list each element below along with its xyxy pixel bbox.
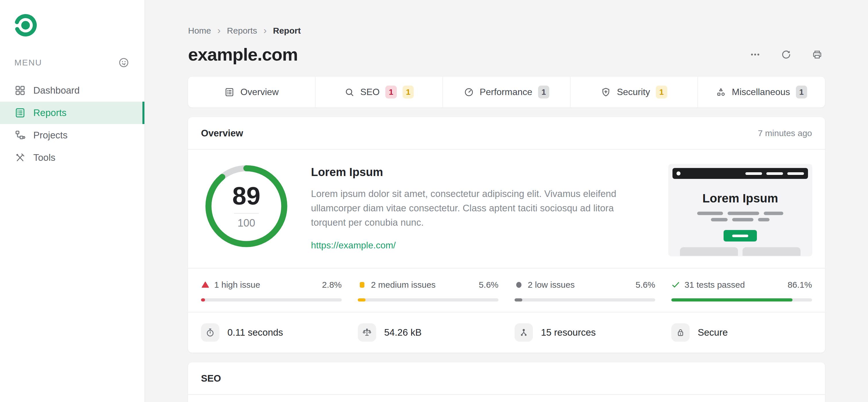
overview-card: Overview 7 minutes ago 89 100 [188, 117, 825, 352]
issues-badge: 1 [538, 86, 550, 99]
feedback-icon[interactable] [118, 57, 129, 68]
site-url-link[interactable]: https://example.com/ [311, 240, 396, 251]
metric-resources: 15 resources [515, 323, 655, 342]
tools-icon [14, 152, 26, 163]
sidebar-item-label: Projects [33, 130, 67, 141]
metric-label: 54.26 kB [384, 327, 422, 338]
last-updated: 7 minutes ago [758, 128, 812, 138]
sidebar-item-tools[interactable]: Tools [0, 147, 145, 169]
stat-label: 2 low issues [528, 280, 575, 290]
miscellaneous-icon [716, 87, 726, 97]
preview-logo-dot [677, 172, 681, 176]
score-value: 89 [232, 183, 260, 209]
stat-progress-bar [671, 298, 812, 302]
seo-card-header: SEO [188, 362, 825, 395]
stat-percent: 5.6% [636, 280, 655, 290]
site-summary: Lorem Ipsum Lorem ipsum dolor sit amet, … [287, 163, 669, 256]
tab-overview[interactable]: Overview [188, 77, 315, 107]
chevron-right-icon: › [217, 25, 220, 36]
search-icon [344, 87, 354, 97]
preview-navbar [673, 168, 808, 179]
score-gauge: 89 100 [205, 165, 287, 247]
seo-card-title: SEO [201, 373, 221, 384]
stat-high-issues: 1 high issue 2.8% [201, 280, 342, 302]
sidebar-menu-header: MENU [14, 57, 129, 68]
medium-issue-icon [358, 281, 366, 289]
stopwatch-icon [205, 328, 215, 337]
metric-page-size: 54.26 kB [358, 323, 498, 342]
metric-label: 0.11 seconds [227, 327, 283, 338]
dashboard-icon [14, 85, 26, 96]
site-summary-heading: Lorem Ipsum [311, 166, 643, 179]
menu-label: MENU [14, 58, 42, 67]
preview-text-skeleton [669, 212, 812, 215]
sidebar-item-reports[interactable]: Reports [0, 102, 145, 124]
stat-label: 31 tests passed [684, 280, 745, 290]
tab-seo[interactable]: SEO 1 1 [315, 77, 442, 107]
tab-label: Overview [240, 87, 279, 97]
score-divider [234, 213, 259, 214]
breadcrumb-current: Report [273, 26, 301, 36]
stat-low-issues: 2 low issues 5.6% [515, 280, 655, 302]
header-actions [750, 49, 825, 60]
main-content: Home › Reports › Report example.com [145, 0, 868, 402]
page-title: example.com [188, 44, 298, 65]
sidebar-item-label: Reports [33, 107, 67, 118]
issues-badge: 1 [796, 86, 807, 99]
website-preview: Lorem Ipsum [669, 164, 812, 256]
seo-card: SEO [188, 362, 825, 402]
preview-heading: Lorem Ipsum [669, 191, 812, 205]
metrics-row: 0.11 seconds 54.26 kB [188, 312, 825, 352]
tab-label: SEO [360, 87, 380, 97]
projects-icon [14, 129, 26, 141]
chevron-right-icon: › [263, 25, 267, 36]
stat-label: 2 medium issues [371, 280, 436, 290]
sidebar: MENU Dashboard [0, 0, 145, 402]
tab-miscellaneous[interactable]: Miscellaneous 1 [698, 77, 825, 107]
overview-icon [224, 87, 235, 97]
metric-label: 15 resources [541, 327, 596, 338]
scale-icon [362, 328, 372, 337]
sidebar-item-label: Tools [33, 152, 55, 163]
title-row: example.com [188, 44, 825, 65]
tab-performance[interactable]: Performance 1 [442, 77, 570, 107]
score-max: 100 [238, 217, 255, 229]
sidebar-item-label: Dashboard [33, 85, 80, 96]
sidebar-nav: Dashboard Reports Projects [0, 79, 145, 169]
sidebar-item-projects[interactable]: Projects [0, 124, 145, 147]
overview-card-title: Overview [201, 128, 243, 139]
metric-load-time: 0.11 seconds [201, 323, 342, 342]
low-issue-icon [515, 281, 523, 289]
overview-card-header: Overview 7 minutes ago [188, 117, 825, 150]
medium-issues-badge: 1 [656, 86, 667, 99]
stat-percent: 5.6% [479, 280, 498, 290]
breadcrumb-reports[interactable]: Reports [227, 26, 257, 36]
preview-content-blocks [680, 247, 801, 256]
brand-logo[interactable] [14, 14, 37, 37]
lock-icon [676, 328, 685, 337]
high-issues-badge: 1 [385, 86, 397, 99]
reports-icon [14, 107, 26, 119]
high-issue-icon [201, 281, 210, 289]
tab-label: Performance [480, 87, 532, 97]
breadcrumb-home[interactable]: Home [188, 26, 211, 36]
breadcrumb: Home › Reports › Report [188, 0, 825, 36]
refresh-icon[interactable] [781, 49, 792, 60]
stat-percent: 86.1% [787, 280, 812, 290]
report-tabs: Overview SEO 1 1 Performance 1 [188, 77, 825, 107]
tests-passed-icon [671, 281, 680, 289]
stat-progress-bar [358, 298, 498, 302]
tab-security[interactable]: Security 1 [570, 77, 698, 107]
more-icon[interactable] [750, 49, 761, 60]
preview-nav-links [745, 172, 804, 175]
overview-summary-row: 89 100 Lorem Ipsum Lorem ipsum dolor sit… [188, 150, 825, 268]
medium-issues-badge: 1 [403, 86, 414, 99]
metric-security: Secure [671, 323, 812, 342]
resources-icon [519, 328, 529, 337]
tab-label: Security [617, 87, 650, 97]
stat-percent: 2.8% [322, 280, 342, 290]
performance-icon [464, 87, 474, 97]
sidebar-item-dashboard[interactable]: Dashboard [0, 79, 145, 102]
print-icon[interactable] [812, 49, 823, 60]
issue-stats-row: 1 high issue 2.8% 2 medium issues 5.6% [188, 268, 825, 312]
